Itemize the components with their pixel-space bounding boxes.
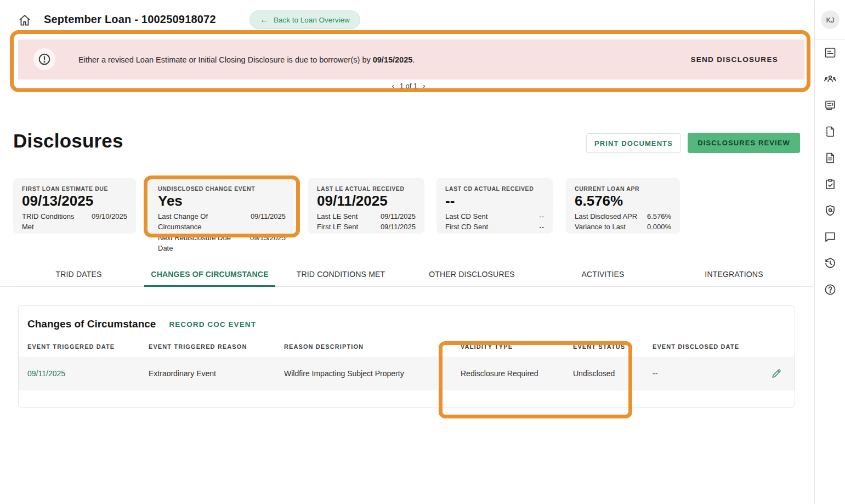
coc-title: Changes of Circumstance — [27, 318, 156, 330]
tab-trid-dates[interactable]: TRID DATES — [13, 262, 144, 286]
history-icon — [824, 257, 837, 270]
sidebar-item-conditions-checklist[interactable] — [824, 178, 837, 191]
card-row-label: Last Change Of Circumstance — [158, 211, 246, 233]
row-triggered-reason: Extraordinary Event — [149, 369, 284, 378]
card-value: 09/11/2025 — [317, 193, 416, 209]
fees-worksheet-icon — [824, 99, 837, 112]
avatar[interactable]: KJ — [821, 10, 840, 29]
loan-title: September Loan - 100250918072 — [44, 13, 216, 26]
col-reason-description: REASON DESCRIPTION — [284, 336, 461, 356]
back-arrow-icon: ← — [260, 15, 269, 24]
card-label: LAST LE ACTUAL RECEIVED — [317, 185, 416, 192]
tab-other-disclosures[interactable]: OTHER DISCLOSURES — [406, 262, 537, 286]
edit-row-button[interactable] — [770, 367, 782, 380]
card-row-label: Last LE Sent — [317, 211, 358, 222]
card-value: -- — [445, 193, 544, 209]
col-validity-type: VALIDITY TYPE — [461, 336, 573, 356]
clipboard-check-icon — [824, 178, 837, 191]
back-to-loan-overview-button[interactable]: ← Back to Loan Overview — [249, 10, 360, 29]
loan-summary-icon — [824, 46, 837, 59]
pagination-prev-icon[interactable]: ‹ — [392, 82, 394, 90]
tab-trid-conditions-met[interactable]: TRID CONDITIONS MET — [275, 262, 406, 286]
document-icon — [824, 151, 837, 165]
table-row: 09/11/2025 Extraordinary Event Wildfire … — [19, 356, 795, 390]
row-disclosed-date: -- — [653, 369, 751, 378]
card-row-value: -- — [539, 211, 544, 222]
sidebar-item-history[interactable] — [824, 257, 837, 270]
alert-message: Either a revised Loan Estimate or Initia… — [78, 39, 415, 80]
record-coc-event-button[interactable]: RECORD COC EVENT — [169, 320, 256, 329]
card-row-label: Last CD Sent — [445, 211, 487, 222]
card-row-label: Last Disclosed APR — [575, 211, 637, 222]
tab-bar: TRID DATES CHANGES OF CIRCUMSTANCE TRID … — [13, 262, 799, 287]
card-label: CURRENT LOAN APR — [575, 185, 671, 192]
right-sidebar: KJ — [814, 0, 845, 504]
col-event-triggered-date: EVENT TRIGGERED DATE — [27, 336, 149, 356]
col-event-status: EVENT STATUS — [573, 336, 653, 356]
header: September Loan - 100250918072 ← Back to … — [0, 0, 814, 39]
sidebar-item-loan-summary[interactable] — [824, 46, 837, 59]
home-button[interactable] — [18, 13, 32, 27]
card-last-cd-actual-received: LAST CD ACTUAL RECEIVED -- Last CD Sent-… — [436, 178, 553, 234]
card-value: Yes — [158, 193, 286, 209]
card-label: FIRST LOAN ESTIMATE DUE — [22, 185, 127, 192]
card-current-loan-apr: CURRENT LOAN APR 6.576% Last Disclosed A… — [566, 178, 680, 234]
sidebar-item-fees-worksheet[interactable] — [824, 99, 837, 112]
card-label: LAST CD ACTUAL RECEIVED — [445, 185, 544, 192]
card-row-label: Next Redisclosure Due Date — [158, 233, 246, 254]
row-validity-type: Redisclosure Required — [461, 369, 573, 378]
alert-pagination[interactable]: ‹ 1 of 1 › — [378, 82, 439, 90]
tab-changes-of-circumstance[interactable]: CHANGES OF CIRCUMSTANCE — [144, 262, 275, 286]
sidebar-item-help[interactable] — [824, 283, 837, 296]
exclamation-circle-icon — [37, 52, 52, 66]
back-button-label: Back to Loan Overview — [274, 16, 350, 24]
page-title: Disclosures — [13, 130, 123, 152]
coc-column-headers: EVENT TRIGGERED DATE EVENT TRIGGERED REA… — [19, 336, 795, 356]
chat-bubble-icon — [824, 230, 837, 243]
card-row-label: TRID Conditions Met — [22, 211, 87, 233]
sidebar-item-borrowers[interactable] — [824, 72, 837, 86]
home-icon — [18, 13, 32, 27]
alert-due-date: 09/15/2025 — [373, 55, 413, 64]
card-row-value: 09/11/2025 — [381, 222, 416, 233]
pagination-label: 1 of 1 — [400, 82, 418, 90]
card-label: UNDISCLOSED CHANGE EVENT — [158, 185, 286, 192]
card-first-loan-estimate-due: FIRST LOAN ESTIMATE DUE 09/13/2025 TRID … — [13, 178, 136, 234]
sidebar-item-draft-document[interactable] — [824, 125, 837, 138]
card-row-label: First CD Sent — [445, 222, 488, 233]
card-value: 6.576% — [575, 193, 671, 209]
card-row-value: -- — [539, 222, 544, 233]
sidebar-item-compliance[interactable] — [824, 204, 837, 217]
disclosures-review-button[interactable]: DISCLOSURES REVIEW — [688, 133, 800, 153]
card-row-value: 09/15/2025 — [250, 233, 286, 254]
draft-document-icon — [824, 125, 837, 138]
help-icon — [824, 283, 837, 296]
coc-panel: Changes of Circumstance RECORD COC EVENT… — [18, 305, 795, 407]
pagination-next-icon[interactable]: › — [423, 82, 425, 90]
card-undisclosed-change-event: UNDISCLOSED CHANGE EVENT Yes Last Change… — [149, 178, 294, 234]
row-triggered-date-link[interactable]: 09/11/2025 — [27, 369, 149, 378]
col-event-triggered-reason: EVENT TRIGGERED REASON — [149, 336, 284, 356]
card-last-le-actual-received: LAST LE ACTUAL RECEIVED 09/11/2025 Last … — [308, 178, 424, 234]
pencil-icon — [770, 367, 782, 380]
card-row-label: First LE Sent — [317, 222, 358, 233]
print-documents-button[interactable]: PRINT DOCUMENTS — [586, 133, 681, 153]
row-event-status: Undisclosed — [573, 369, 653, 378]
row-reason-description: Wildfire Impacting Subject Property — [284, 369, 461, 378]
tab-integrations[interactable]: INTEGRATIONS — [668, 262, 799, 286]
compliance-shield-icon — [824, 204, 837, 217]
sidebar-item-documents[interactable] — [824, 151, 837, 165]
people-group-icon — [824, 72, 837, 86]
send-disclosures-button[interactable]: SEND DISCLOSURES — [690, 39, 778, 80]
card-row-label: Variance to Last — [575, 222, 626, 233]
card-value: 09/13/2025 — [22, 193, 127, 209]
sidebar-divider — [815, 39, 845, 39]
alert-icon-wrap — [33, 48, 55, 70]
tab-activities[interactable]: ACTIVITIES — [537, 262, 668, 286]
card-row-value: 09/10/2025 — [92, 211, 127, 233]
card-row-value: 09/11/2025 — [381, 211, 416, 222]
col-event-disclosed-date: EVENT DISCLOSED DATE — [653, 336, 751, 356]
disclosure-due-alert: Either a revised Loan Estimate or Initia… — [18, 39, 804, 80]
sidebar-item-comments[interactable] — [824, 230, 837, 243]
card-row-value: 09/11/2025 — [251, 211, 286, 233]
